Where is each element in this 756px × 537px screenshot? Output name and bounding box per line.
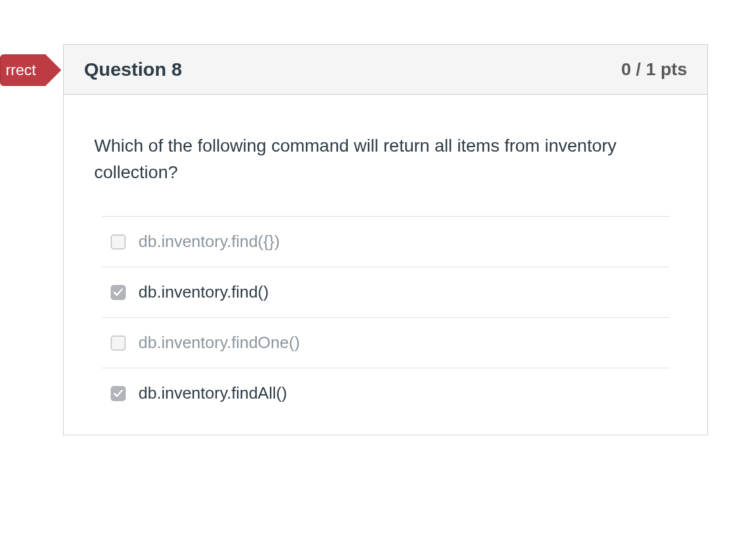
option-row[interactable]: db.inventory.find({}) <box>102 216 669 267</box>
checkbox-icon[interactable] <box>111 386 126 401</box>
option-label: db.inventory.findAll() <box>138 383 287 403</box>
option-row[interactable]: db.inventory.findAll() <box>102 368 669 409</box>
status-flag-label: rrect <box>0 54 45 86</box>
option-row[interactable]: db.inventory.findOne() <box>102 317 669 368</box>
options-list: db.inventory.find({}) db.inventory.find(… <box>102 216 669 409</box>
flag-arrow-icon <box>45 54 61 87</box>
option-label: db.inventory.find({}) <box>138 232 280 251</box>
check-icon <box>113 287 123 298</box>
status-flag: rrect <box>0 54 61 87</box>
option-label: db.inventory.find() <box>138 282 269 302</box>
question-points: 0 / 1 pts <box>621 59 687 80</box>
question-title: Question 8 <box>84 59 182 80</box>
page-root: rrect Question 8 0 / 1 pts Which of the … <box>0 0 756 537</box>
question-body: Which of the following command will retu… <box>64 95 707 435</box>
checkbox-icon[interactable] <box>111 234 126 250</box>
checkbox-icon[interactable] <box>111 335 126 351</box>
question-text: Which of the following command will retu… <box>94 133 677 186</box>
checkbox-icon[interactable] <box>111 285 126 300</box>
option-row[interactable]: db.inventory.find() <box>102 267 669 317</box>
question-header: Question 8 0 / 1 pts <box>64 45 707 95</box>
option-label: db.inventory.findOne() <box>138 333 300 353</box>
check-icon <box>113 389 123 399</box>
question-card: Question 8 0 / 1 pts Which of the follow… <box>63 44 708 435</box>
